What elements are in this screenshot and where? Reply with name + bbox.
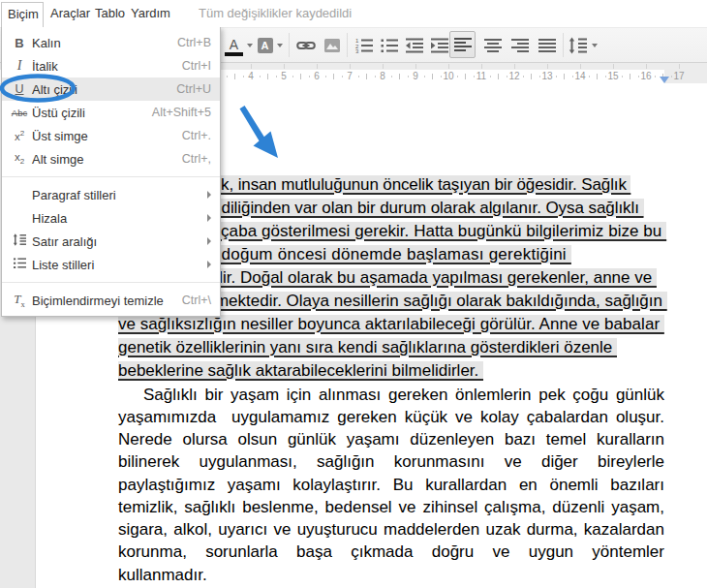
ruler-tick — [333, 74, 334, 79]
ruler-number: 6 — [307, 70, 326, 83]
menu-tools[interactable]: Araçlar — [50, 0, 90, 27]
ruler-tick — [325, 76, 326, 77]
bulleted-list-icon — [380, 37, 399, 54]
highlight-color-button[interactable]: A — [257, 28, 273, 62]
numbered-list-icon: 123 — [354, 37, 374, 54]
text-color-icon: A — [230, 39, 238, 51]
menu-item-line-spacing[interactable]: Satır aralığı — [2, 230, 220, 253]
ruler-tick — [580, 64, 581, 69]
menu-item-italic[interactable]: I İtalik Ctrl+I — [2, 54, 220, 77]
menu-item-clear-formatting[interactable]: Tx Biçimlendirmeyi temizle Ctrl+\ — [2, 289, 220, 312]
menu-item-subscript[interactable]: x2 Alt simge Ctrl+, — [2, 147, 220, 170]
ruler-tick — [448, 64, 449, 69]
ruler-tick — [655, 76, 656, 77]
menu-separator — [2, 282, 220, 283]
ruler-tick — [556, 76, 557, 77]
align-left-icon — [454, 37, 472, 52]
ruler-tick — [564, 74, 565, 79]
align-left-button[interactable] — [449, 31, 476, 58]
menu-item-paragraph-styles[interactable]: Paragraf stilleri — [2, 183, 220, 206]
menu-item-shortcut: Ctrl+B — [177, 36, 211, 49]
doc-line: kullanmadır. — [118, 564, 664, 586]
menu-item-label: Altı çizili — [32, 82, 77, 97]
numbered-list-button[interactable]: 123 — [354, 28, 374, 62]
highlight-color-dropdown[interactable] — [275, 28, 285, 62]
ruler-tick — [646, 64, 647, 69]
line-spacing-button[interactable] — [567, 28, 590, 62]
line-spacing-dropdown[interactable] — [590, 28, 599, 62]
chevron-down-icon — [592, 44, 598, 47]
doc-line: sigara, alkol, uyarıcı ve uyuşturucu mad… — [118, 518, 664, 541]
ruler-tick — [597, 74, 598, 79]
menu-item-label: Hizala — [32, 211, 67, 226]
ruler-number: 17 — [669, 70, 689, 83]
menu-item-label: Paragraf stilleri — [32, 188, 116, 202]
ruler-tick — [284, 64, 285, 69]
underline-icon: U — [9, 82, 30, 96]
ruler-number: 14 — [570, 70, 590, 83]
ruler-tick — [399, 74, 400, 79]
ruler-number: 7 — [340, 70, 359, 83]
superscript-icon: x2 — [9, 129, 30, 142]
menu-item-shortcut: Ctrl+I — [182, 59, 211, 73]
ruler-tick — [531, 74, 532, 79]
justify-button[interactable] — [535, 28, 560, 62]
menu-item-underline[interactable]: U Altı çizili Ctrl+U — [2, 77, 220, 101]
ruler-tick — [317, 64, 318, 69]
ruler-tick — [415, 64, 416, 69]
doc-line: Sağlık, insan mutluluğunun öncelik taşıy… — [184, 173, 630, 197]
outdent-button[interactable] — [405, 28, 424, 62]
menu-item-align[interactable]: Hizala — [2, 206, 220, 230]
ruler-tick — [391, 76, 392, 77]
ruler-tick — [523, 76, 524, 77]
ruler-tick — [622, 76, 623, 77]
menu-item-superscript[interactable]: x2 Üst simge Ctrl+. — [2, 124, 220, 147]
ruler-tick — [481, 64, 482, 69]
ruler-number: 15 — [603, 70, 623, 83]
ruler-tick — [350, 64, 351, 69]
ruler-tick — [589, 76, 590, 77]
menu-help[interactable]: Yardım — [131, 0, 170, 27]
menu-item-list-styles[interactable]: Liste stilleri — [2, 253, 220, 276]
align-center-button[interactable] — [480, 28, 506, 62]
line-spacing-icon — [569, 37, 588, 54]
ruler-number: 11 — [472, 70, 491, 83]
text-color-button[interactable]: A — [224, 28, 244, 62]
insert-image-button[interactable] — [323, 28, 342, 62]
doc-line: paylaştığımız yaşamı kolaylaştırır. Bu k… — [118, 474, 664, 496]
align-right-button[interactable] — [507, 28, 533, 62]
ruler-tick — [514, 64, 515, 69]
ruler-tick — [267, 74, 268, 79]
align-right-icon — [511, 38, 529, 53]
submenu-arrow-icon — [207, 214, 211, 222]
doc-line: Nerede olursa olsun günlük yaşamı düzenl… — [118, 428, 664, 450]
indent-icon — [430, 37, 449, 54]
subscript-icon: x2 — [9, 151, 30, 166]
text-color-dropdown[interactable] — [245, 28, 255, 62]
outdent-icon — [405, 37, 424, 54]
save-status-text: Tüm değişiklikler kaydedildi — [199, 0, 352, 27]
format-menu-panel: B Kalın Ctrl+B I İtalik Ctrl+I U Altı çi… — [1, 26, 221, 317]
chevron-down-icon — [247, 44, 253, 47]
ruler-number: 4 — [241, 70, 261, 83]
ruler-tick — [498, 74, 499, 79]
ruler-number: 9 — [406, 70, 425, 83]
insert-link-button[interactable] — [296, 28, 316, 62]
doc-line: genetik özelliklerinin yanı sıra kendi s… — [118, 336, 617, 359]
menu-item-label: Satır aralığı — [32, 234, 97, 249]
menu-format[interactable]: Biçim — [8, 1, 39, 28]
ruler-number: 13 — [538, 70, 557, 83]
submenu-arrow-icon — [207, 237, 211, 245]
ruler-tick — [679, 64, 680, 69]
ruler-tick — [383, 64, 384, 69]
bulleted-list-button[interactable] — [380, 28, 399, 62]
indent-button[interactable] — [430, 28, 449, 62]
menu-item-strikethrough[interactable]: Abc Üstü çizili Alt+Shift+5 — [2, 101, 220, 124]
justify-icon — [538, 38, 556, 53]
menu-table[interactable]: Tablo — [95, 0, 125, 27]
bold-icon: B — [9, 36, 30, 50]
right-margin-marker-icon[interactable] — [660, 77, 669, 83]
menu-item-bold[interactable]: B Kalın Ctrl+B — [2, 31, 220, 54]
line-spacing-icon — [9, 232, 30, 250]
submenu-arrow-icon — [207, 261, 211, 268]
